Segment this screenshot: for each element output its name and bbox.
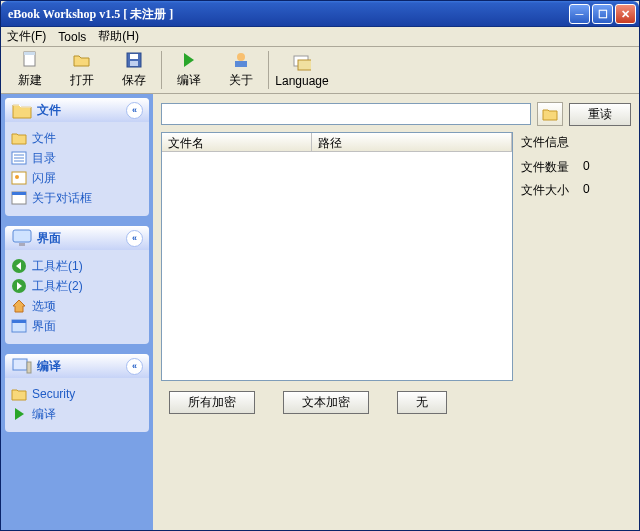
menu-tools[interactable]: Tools	[58, 30, 86, 44]
file-list[interactable]: 文件名 路径	[161, 132, 513, 381]
svg-rect-3	[130, 54, 138, 59]
size-label: 文件大小	[521, 182, 583, 199]
dialog-icon	[11, 190, 27, 206]
svg-rect-4	[130, 61, 138, 66]
count-value: 0	[583, 159, 590, 176]
list-header: 文件名 路径	[162, 133, 512, 152]
open-folder-icon	[542, 106, 558, 122]
folder-small-icon	[11, 130, 27, 146]
menu-file[interactable]: 文件(F)	[7, 28, 46, 45]
svg-rect-19	[19, 243, 25, 246]
svg-rect-1	[24, 52, 35, 55]
sidebar-item-aboutdlg[interactable]: 关于对话框	[11, 188, 143, 208]
reread-button[interactable]: 重读	[569, 103, 631, 126]
svg-marker-24	[13, 300, 25, 312]
titlebar: eBook Workshop v1.5 [ 未注册 ] ─ ☐ ✕	[1, 1, 639, 27]
panel-compile-header[interactable]: 编译 «	[5, 354, 149, 378]
language-button[interactable]: Language	[270, 49, 334, 91]
svg-point-6	[237, 53, 245, 61]
svg-rect-27	[13, 359, 27, 370]
svg-point-15	[15, 175, 19, 179]
compile-button[interactable]: 编译	[163, 49, 215, 91]
file-info: 文件信息 文件数量0 文件大小0	[521, 132, 631, 381]
toolbar: 新建 打开 保存 编译 关于 Language	[1, 47, 639, 94]
svg-rect-7	[235, 61, 247, 67]
chevron-up-icon[interactable]: «	[126, 358, 143, 375]
main-area: 重读 文件名 路径 文件信息 文件数量0 文件大小0 所有加密	[153, 94, 639, 530]
sidebar-item-options[interactable]: 选项	[11, 296, 143, 316]
sidebar-item-toc[interactable]: 目录	[11, 148, 143, 168]
panel-files-header[interactable]: 文件 «	[5, 98, 149, 122]
col-path[interactable]: 路径	[312, 133, 512, 151]
chevron-up-icon[interactable]: «	[126, 230, 143, 247]
info-header: 文件信息	[521, 134, 631, 151]
none-button[interactable]: 无	[397, 391, 447, 414]
panel-compile: 编译 « Security 编译	[5, 354, 149, 432]
menubar: 文件(F) Tools 帮助(H)	[1, 27, 639, 47]
save-button[interactable]: 保存	[108, 49, 160, 91]
new-icon	[21, 51, 39, 69]
about-button[interactable]: 关于	[215, 49, 267, 91]
svg-rect-28	[27, 362, 31, 373]
save-icon	[125, 51, 143, 69]
separator	[268, 51, 269, 89]
path-input[interactable]	[161, 103, 531, 125]
sidebar-item-interface[interactable]: 界面	[11, 316, 143, 336]
window-title: eBook Workshop v1.5 [ 未注册 ]	[4, 6, 569, 23]
sidebar-item-files[interactable]: 文件	[11, 128, 143, 148]
sidebar-item-toolbar1[interactable]: 工具栏(1)	[11, 256, 143, 276]
back-icon	[11, 258, 27, 274]
encrypt-all-button[interactable]: 所有加密	[169, 391, 255, 414]
footer-spacer	[161, 414, 631, 522]
minimize-button[interactable]: ─	[569, 4, 590, 24]
col-filename[interactable]: 文件名	[162, 133, 312, 151]
encrypt-text-button[interactable]: 文本加密	[283, 391, 369, 414]
separator	[161, 51, 162, 89]
size-value: 0	[583, 182, 590, 199]
svg-rect-26	[12, 320, 26, 323]
play-icon	[11, 406, 27, 422]
computer-icon	[11, 355, 33, 377]
list-icon	[11, 150, 27, 166]
sidebar-item-security[interactable]: Security	[11, 384, 143, 404]
panel-files: 文件 « 文件 目录 闪屏 关于对话框	[5, 98, 149, 216]
count-label: 文件数量	[521, 159, 583, 176]
new-button[interactable]: 新建	[4, 49, 56, 91]
list-body[interactable]	[162, 152, 512, 380]
folder-small-icon	[11, 386, 27, 402]
folder-icon	[11, 99, 33, 121]
monitor-icon	[11, 227, 33, 249]
svg-marker-29	[15, 408, 24, 420]
sidebar-item-compile[interactable]: 编译	[11, 404, 143, 424]
open-button[interactable]: 打开	[56, 49, 108, 91]
svg-rect-18	[13, 230, 31, 242]
panel-ui-header[interactable]: 界面 «	[5, 226, 149, 250]
language-icon	[293, 53, 311, 71]
sidebar-item-splash[interactable]: 闪屏	[11, 168, 143, 188]
svg-rect-9	[298, 60, 311, 70]
menu-help[interactable]: 帮助(H)	[98, 28, 139, 45]
window-icon	[11, 318, 27, 334]
home-icon	[11, 298, 27, 314]
svg-rect-14	[12, 172, 26, 184]
svg-marker-5	[184, 53, 194, 67]
compile-icon	[180, 51, 198, 69]
panel-ui: 界面 « 工具栏(1) 工具栏(2) 选项 界面	[5, 226, 149, 344]
splash-icon	[11, 170, 27, 186]
forward-icon	[11, 278, 27, 294]
close-button[interactable]: ✕	[615, 4, 636, 24]
sidebar-item-toolbar2[interactable]: 工具栏(2)	[11, 276, 143, 296]
browse-button[interactable]	[537, 102, 563, 126]
open-folder-icon	[73, 51, 91, 69]
chevron-up-icon[interactable]: «	[126, 102, 143, 119]
about-icon	[232, 51, 250, 69]
svg-rect-17	[12, 192, 26, 195]
maximize-button[interactable]: ☐	[592, 4, 613, 24]
sidebar: 文件 « 文件 目录 闪屏 关于对话框 界面 «	[1, 94, 153, 530]
